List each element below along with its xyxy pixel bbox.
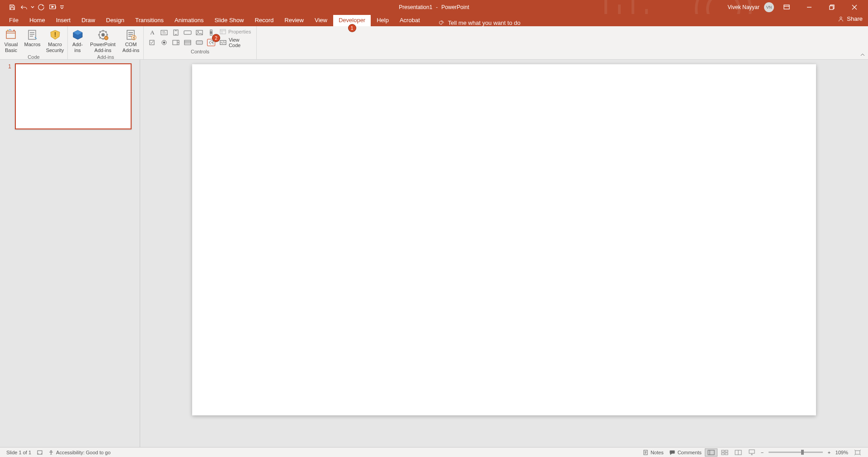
ribbon-tabs: File Home Insert Draw Design Transitions… xyxy=(0,14,868,26)
list-box-control-icon[interactable] xyxy=(184,39,192,46)
command-button-control-icon[interactable] xyxy=(184,29,192,36)
comments-button[interactable]: Comments xyxy=(666,450,704,455)
slide-show-view-icon[interactable] xyxy=(745,448,758,457)
spin-button-control-icon[interactable] xyxy=(172,29,180,36)
combo-box-control-icon[interactable] xyxy=(172,39,180,46)
share-button[interactable]: Share xyxy=(838,15,863,22)
svg-point-19 xyxy=(133,37,135,38)
zoom-slider-thumb[interactable] xyxy=(801,450,804,455)
tab-view[interactable]: View xyxy=(309,15,333,26)
tab-file[interactable]: File xyxy=(4,15,24,26)
svg-rect-10 xyxy=(28,30,36,39)
thumbnail-item[interactable]: 1 xyxy=(8,63,132,129)
redo-icon[interactable] xyxy=(35,2,47,13)
tab-home[interactable]: Home xyxy=(24,15,51,26)
com-addins-button[interactable]: COM Add-ins xyxy=(119,27,143,53)
minimize-icon[interactable] xyxy=(799,0,819,14)
toggle-button-control-icon[interactable] xyxy=(195,39,203,46)
qat-customize-icon[interactable] xyxy=(59,2,65,13)
notes-button[interactable]: Notes xyxy=(640,450,666,455)
slide-thumbnail-pane[interactable]: 1 xyxy=(0,60,140,447)
powerpoint-addins-label: PowerPoint Add-ins xyxy=(90,42,115,53)
powerpoint-addins-button[interactable]: PowerPoint Add-ins xyxy=(89,27,118,53)
visual-basic-button[interactable]: Visual Basic xyxy=(1,27,21,53)
save-icon[interactable] xyxy=(6,2,18,13)
collapse-ribbon-icon[interactable] xyxy=(860,53,865,57)
tab-acrobat[interactable]: Acrobat xyxy=(394,15,425,26)
app-name: PowerPoint xyxy=(441,4,469,10)
tab-slide-show[interactable]: Slide Show xyxy=(209,15,249,26)
visual-basic-label: Visual Basic xyxy=(5,42,18,53)
addins-button[interactable]: Add- ins xyxy=(69,27,87,53)
slide-sorter-view-icon[interactable] xyxy=(718,448,731,457)
svg-rect-7 xyxy=(6,31,15,38)
addins-label: Add- ins xyxy=(72,42,83,53)
zoom-in-icon[interactable]: + xyxy=(826,450,833,455)
svg-point-24 xyxy=(198,31,198,32)
macros-button[interactable]: Macros xyxy=(23,27,42,48)
zoom-slider[interactable] xyxy=(769,452,823,453)
tab-design[interactable]: Design xyxy=(101,15,130,26)
slide-counter[interactable]: Slide 1 of 1 xyxy=(4,450,34,455)
fit-to-window-icon[interactable] xyxy=(851,448,864,457)
macros-label: Macros xyxy=(24,42,40,48)
zoom-out-icon[interactable]: − xyxy=(759,450,766,455)
ribbon-display-options-icon[interactable] xyxy=(777,0,797,14)
tab-transitions[interactable]: Transitions xyxy=(130,15,169,26)
tab-insert[interactable]: Insert xyxy=(51,15,76,26)
undo-icon[interactable] xyxy=(18,2,30,13)
tell-me-search[interactable]: Tell me what you want to do xyxy=(438,19,520,26)
text-box-control-icon[interactable]: A xyxy=(148,29,156,36)
avatar[interactable]: VN xyxy=(764,2,774,12)
reading-view-icon[interactable] xyxy=(732,448,745,457)
svg-point-9 xyxy=(13,30,14,31)
spell-check-icon[interactable] xyxy=(34,450,46,455)
svg-rect-44 xyxy=(749,450,755,453)
thumbnail-index: 1 xyxy=(8,63,11,129)
macro-security-label: Macro Security xyxy=(46,42,64,53)
notes-label: Notes xyxy=(651,450,664,455)
slide-canvas-area[interactable] xyxy=(140,60,868,447)
svg-rect-2 xyxy=(830,6,833,10)
svg-rect-38 xyxy=(708,450,714,455)
addins-icon xyxy=(71,28,85,42)
maximize-icon[interactable] xyxy=(822,0,842,14)
svg-rect-21 xyxy=(174,30,178,35)
svg-point-5 xyxy=(439,21,442,24)
tab-record[interactable]: Record xyxy=(249,15,279,26)
macro-security-button[interactable]: ! Macro Security xyxy=(44,27,66,53)
accessibility-status[interactable]: Accessibility: Good to go xyxy=(46,450,113,455)
document-name: Presentation1 xyxy=(399,4,432,10)
status-bar: Slide 1 of 1 Accessibility: Good to go N… xyxy=(0,447,868,457)
tab-review[interactable]: Review xyxy=(279,15,309,26)
close-icon[interactable] xyxy=(844,0,864,14)
image-control-icon[interactable] xyxy=(195,29,203,36)
title-separator: - xyxy=(436,4,438,10)
thumbnail-preview[interactable] xyxy=(15,63,132,129)
tab-draw[interactable]: Draw xyxy=(76,15,100,26)
annotation-callout-2: 2 xyxy=(212,34,220,42)
slide[interactable] xyxy=(192,64,816,415)
option-button-control-icon[interactable] xyxy=(160,39,168,46)
svg-point-6 xyxy=(840,17,842,19)
svg-point-15 xyxy=(102,33,104,36)
svg-rect-40 xyxy=(725,450,728,452)
view-code-button[interactable]: View Code xyxy=(220,37,251,48)
svg-rect-20 xyxy=(161,30,167,35)
normal-view-icon[interactable] xyxy=(705,448,717,457)
comments-label: Comments xyxy=(678,450,702,455)
visual-basic-icon xyxy=(4,28,19,42)
svg-rect-22 xyxy=(184,31,191,34)
zoom-level[interactable]: 109% xyxy=(833,450,851,455)
svg-rect-26 xyxy=(210,32,212,33)
powerpoint-addins-icon xyxy=(96,28,110,42)
check-box-control-icon[interactable] xyxy=(148,39,156,46)
start-from-beginning-icon[interactable] xyxy=(47,2,59,13)
tab-animations[interactable]: Animations xyxy=(169,15,209,26)
undo-dropdown-icon[interactable] xyxy=(30,2,35,13)
tab-help[interactable]: Help xyxy=(371,15,394,26)
label-control-icon[interactable] xyxy=(160,29,168,36)
svg-rect-31 xyxy=(184,40,191,45)
ribbon-group-code: Visual Basic Macros ! Macro Security Cod… xyxy=(0,26,68,59)
svg-rect-1 xyxy=(784,5,789,9)
